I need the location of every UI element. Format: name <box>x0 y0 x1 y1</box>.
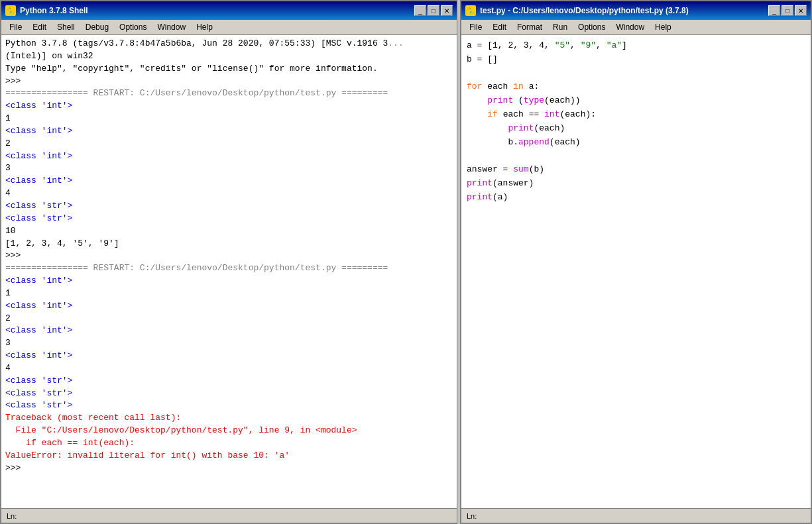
shell-class-2: <class 'int'> <box>5 125 453 138</box>
shell-restart-1: ================ RESTART: C:/Users/lenov… <box>5 87 453 100</box>
shell-restore-button[interactable]: □ <box>428 5 439 16</box>
shell-num-8: 4 <box>5 362 453 375</box>
shell-class-13: <class 'str'> <box>5 399 453 412</box>
editor-close-button[interactable]: ✕ <box>795 5 807 16</box>
shell-menu-options[interactable]: Options <box>114 21 152 33</box>
code-line-2: b = [] <box>467 53 805 67</box>
code-line-3: for each in a: <box>467 80 805 94</box>
shell-menu-debug[interactable]: Debug <box>80 21 114 33</box>
shell-restart-2: ================ RESTART: C:/Users/lenov… <box>5 262 453 275</box>
editor-status-bar: Ln: <box>461 508 811 523</box>
shell-num-5: 1 <box>5 288 453 300</box>
shell-menu-file[interactable]: File <box>4 21 27 33</box>
shell-class-4: <class 'int'> <box>5 175 453 187</box>
shell-list-1: [1, 2, 3, 4, '5', '9'] <box>5 238 453 250</box>
editor-title-bar: 🐍 test.py - C:/Users/lenovo/Desktop/pyth… <box>461 1 811 20</box>
shell-menu-help[interactable]: Help <box>191 21 218 33</box>
shell-menu-bar: File Edit Shell Debug Options Window Hel… <box>1 20 457 35</box>
code-line-blank <box>467 67 805 81</box>
shell-line-2: (Intel)] on win32 <box>5 50 453 63</box>
editor-title-text: test.py - C:/Users/lenovo/Desktop/python… <box>480 6 689 15</box>
shell-icon: 🐍 <box>5 5 16 16</box>
editor-restore-button[interactable]: □ <box>782 5 793 16</box>
shell-menu-window[interactable]: Window <box>152 21 191 33</box>
shell-num-2: 2 <box>5 138 453 150</box>
shell-num-7: 3 <box>5 337 453 350</box>
editor-menu-options[interactable]: Options <box>573 21 610 33</box>
code-line-10: print(a) <box>467 191 805 205</box>
shell-title-left: 🐍 Python 3.7.8 Shell <box>5 5 88 16</box>
shell-class-10: <class 'int'> <box>5 350 453 362</box>
shell-line-3: Type "help", "copyright", "credits" or "… <box>5 63 453 76</box>
editor-code-area[interactable]: a = [1, 2, 3, 4, "5", "9", "a"] b = [] f… <box>461 35 811 508</box>
shell-status-text: Ln: <box>7 512 17 520</box>
editor-menu-window[interactable]: Window <box>610 21 650 33</box>
shell-sum-1: 10 <box>5 225 453 238</box>
code-line-blank2 <box>467 149 805 163</box>
editor-window: 🐍 test.py - C:/Users/lenovo/Desktop/pyth… <box>460 0 812 524</box>
editor-menu-format[interactable]: Format <box>512 21 548 33</box>
shell-traceback-3: if each == int(each): <box>5 437 453 450</box>
shell-class-6: <class 'str'> <box>5 213 453 225</box>
shell-class-11: <class 'str'> <box>5 375 453 388</box>
editor-title-left: 🐍 test.py - C:/Users/lenovo/Desktop/pyth… <box>465 5 689 16</box>
shell-traceback-1: Traceback (most recent call last): <box>5 412 453 425</box>
shell-traceback-2: File "C:/Users/lenovo/Desktop/python/tes… <box>5 425 453 437</box>
shell-class-12: <class 'str'> <box>5 388 453 400</box>
shell-num-3: 3 <box>5 162 453 175</box>
shell-title-bar: 🐍 Python 3.7.8 Shell _ □ ✕ <box>1 1 457 20</box>
shell-class-3: <class 'int'> <box>5 150 453 163</box>
shell-class-9: <class 'int'> <box>5 325 453 337</box>
editor-title-controls: _ □ ✕ <box>768 5 807 16</box>
shell-num-6: 2 <box>5 313 453 325</box>
editor-minimize-button[interactable]: _ <box>768 5 780 16</box>
shell-class-8: <class 'int'> <box>5 300 453 313</box>
shell-num-4: 4 <box>5 187 453 200</box>
shell-prompt-3: >>> <box>5 462 453 475</box>
code-line-8: answer = sum(b) <box>467 163 805 177</box>
editor-status-text: Ln: <box>467 512 477 520</box>
editor-menu-edit[interactable]: Edit <box>487 21 512 33</box>
shell-class-7: <class 'int'> <box>5 275 453 288</box>
shell-output[interactable]: Python 3.7.8 (tags/v3.7.8:4b47a5b6ba, Ju… <box>1 35 457 508</box>
shell-class-1: <class 'int'> <box>5 100 453 113</box>
editor-menu-run[interactable]: Run <box>548 21 573 33</box>
main-container: 🐍 Python 3.7.8 Shell _ □ ✕ File Edit She… <box>0 0 812 524</box>
shell-close-button[interactable]: ✕ <box>441 5 453 16</box>
shell-window: 🐍 Python 3.7.8 Shell _ □ ✕ File Edit She… <box>0 0 457 524</box>
code-line-6: print(each) <box>467 122 805 136</box>
editor-menu-bar: File Edit Format Run Options Window Help <box>461 20 811 35</box>
shell-prompt-1: >>> <box>5 76 453 88</box>
shell-class-5: <class 'str'> <box>5 200 453 213</box>
code-line-7: b.append(each) <box>467 136 805 150</box>
code-line-9: print(answer) <box>467 177 805 191</box>
shell-menu-edit[interactable]: Edit <box>27 21 52 33</box>
shell-minimize-button[interactable]: _ <box>414 5 426 16</box>
editor-icon: 🐍 <box>465 5 476 16</box>
editor-menu-file[interactable]: File <box>464 21 487 33</box>
code-line-1: a = [1, 2, 3, 4, "5", "9", "a"] <box>467 39 805 53</box>
shell-prompt-2: >>> <box>5 250 453 262</box>
code-line-4: print (type(each)) <box>467 94 805 108</box>
shell-title-text: Python 3.7.8 Shell <box>20 6 88 15</box>
shell-num-1: 1 <box>5 113 453 125</box>
shell-traceback-4: ValueError: invalid literal for int() wi… <box>5 450 453 462</box>
shell-status-bar: Ln: <box>1 508 457 523</box>
code-line-5: if each == int(each): <box>467 108 805 122</box>
shell-title-controls: _ □ ✕ <box>414 5 453 16</box>
editor-menu-help[interactable]: Help <box>650 21 677 33</box>
shell-line-1: Python 3.7.8 (tags/v3.7.8:4b47a5b6ba, Ju… <box>5 38 453 50</box>
shell-menu-shell[interactable]: Shell <box>52 21 80 33</box>
